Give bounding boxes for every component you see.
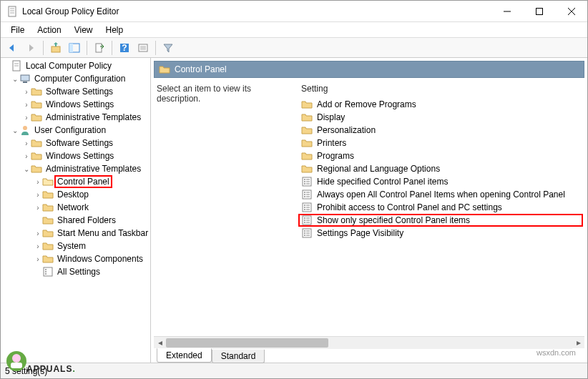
tree-item[interactable]: ›Windows Settings bbox=[1, 98, 150, 111]
tree-admin-templates[interactable]: ⌄Administrative Templates bbox=[1, 162, 150, 175]
svg-point-61 bbox=[304, 235, 305, 236]
tree-label: Windows Settings bbox=[44, 151, 115, 161]
tree-item[interactable]: ›Software Settings bbox=[1, 137, 150, 149]
list-item[interactable]: Always open All Control Panel Items when… bbox=[298, 188, 583, 201]
list-item[interactable]: Settings Page Visibility bbox=[298, 227, 583, 240]
expand-icon[interactable]: › bbox=[34, 191, 42, 199]
expand-icon[interactable]: › bbox=[34, 255, 42, 263]
menu-action[interactable]: Action bbox=[31, 24, 67, 36]
expand-icon[interactable]: › bbox=[22, 114, 31, 122]
svg-point-54 bbox=[304, 222, 305, 223]
tree-label: Local Computer Policy bbox=[24, 61, 113, 71]
tree-item[interactable]: ›Software Settings bbox=[1, 85, 150, 98]
svg-rect-22 bbox=[23, 82, 27, 83]
expand-icon[interactable]: › bbox=[22, 101, 31, 109]
svg-point-23 bbox=[23, 126, 27, 130]
collapse-icon[interactable]: ⌄ bbox=[11, 127, 19, 134]
show-hide-tree-button[interactable] bbox=[66, 39, 83, 56]
maximize-button[interactable] bbox=[523, 1, 555, 21]
folder-icon bbox=[42, 189, 54, 200]
list-item[interactable]: Add or Remove Programs bbox=[298, 98, 583, 111]
folder-icon bbox=[42, 227, 54, 239]
svg-point-27 bbox=[45, 273, 46, 275]
menu-help[interactable]: Help bbox=[100, 24, 129, 36]
toolbar-separator bbox=[112, 41, 112, 55]
svg-point-45 bbox=[304, 207, 305, 208]
list-item[interactable]: Regional and Language Options bbox=[298, 162, 583, 175]
tree-item[interactable]: Shared Folders bbox=[1, 214, 150, 227]
svg-point-33 bbox=[304, 183, 305, 184]
column-header-setting[interactable]: Setting bbox=[298, 82, 330, 98]
tree-item[interactable]: ›Windows Settings bbox=[1, 149, 150, 162]
tree-label: Administrative Templates bbox=[44, 112, 142, 122]
up-button[interactable] bbox=[47, 39, 64, 56]
tree-label: Administrative Templates bbox=[44, 164, 142, 174]
folder-icon bbox=[31, 99, 42, 110]
list-item-label: Prohibit access to Control Panel and PC … bbox=[317, 202, 502, 212]
forward-button[interactable] bbox=[22, 39, 39, 56]
folder-open-icon bbox=[42, 176, 54, 187]
folder-icon bbox=[42, 215, 54, 226]
folder-icon bbox=[159, 64, 170, 75]
expand-icon[interactable]: › bbox=[34, 230, 42, 237]
back-button[interactable] bbox=[4, 39, 21, 56]
tree-item[interactable]: ›Administrative Templates bbox=[1, 111, 150, 124]
list-item[interactable]: Printers bbox=[298, 137, 583, 149]
export-button[interactable] bbox=[91, 39, 108, 56]
tree-item[interactable]: ›Windows Components bbox=[1, 252, 150, 265]
properties-button[interactable] bbox=[134, 39, 152, 56]
help-button[interactable]: ? bbox=[116, 39, 133, 56]
tree-item[interactable]: ›Desktop bbox=[1, 188, 150, 201]
tree-label: Control Panel bbox=[54, 175, 112, 188]
close-button[interactable] bbox=[555, 1, 587, 21]
expand-icon[interactable]: › bbox=[34, 204, 42, 212]
folder-icon bbox=[42, 202, 54, 213]
expand-icon[interactable]: › bbox=[22, 139, 31, 147]
tree-control-panel[interactable]: ›Control Panel bbox=[1, 175, 150, 188]
tree-computer-config[interactable]: ⌄ Computer Configuration bbox=[1, 72, 150, 85]
details-pane: Control Panel Select an item to view its… bbox=[151, 58, 587, 363]
svg-point-29 bbox=[304, 179, 305, 180]
list-item[interactable]: Hide specified Control Panel items bbox=[298, 175, 583, 188]
tree-all-settings[interactable]: All Settings bbox=[1, 265, 150, 278]
menu-file[interactable]: File bbox=[5, 24, 30, 36]
toolbar: ? bbox=[1, 38, 587, 58]
expand-icon[interactable]: › bbox=[34, 178, 42, 186]
expand-icon[interactable]: › bbox=[34, 242, 42, 250]
expand-icon[interactable]: › bbox=[22, 152, 31, 160]
list-item[interactable]: Show only specified Control Panel items bbox=[298, 214, 583, 227]
filter-button[interactable] bbox=[160, 39, 177, 56]
minimize-button[interactable] bbox=[491, 1, 523, 21]
tree-pane[interactable]: Local Computer Policy ⌄ Computer Configu… bbox=[1, 58, 151, 363]
list-item[interactable]: Programs bbox=[298, 149, 583, 162]
tree-user-config[interactable]: ⌄ User Configuration bbox=[1, 124, 150, 137]
expand-icon[interactable]: › bbox=[22, 88, 31, 96]
svg-point-52 bbox=[304, 220, 305, 221]
collapse-icon[interactable]: ⌄ bbox=[11, 75, 19, 83]
tree-label: Computer Configuration bbox=[33, 74, 127, 84]
tree-item[interactable]: ›Network bbox=[1, 201, 150, 214]
tree-label: All Settings bbox=[56, 267, 102, 277]
list-item[interactable]: Personalization bbox=[298, 124, 583, 137]
svg-point-43 bbox=[304, 205, 305, 206]
settings-list[interactable]: Setting Add or Remove ProgramsDisplayPer… bbox=[298, 82, 583, 336]
tab-extended[interactable]: Extended bbox=[157, 348, 212, 363]
tree-root[interactable]: Local Computer Policy bbox=[1, 59, 150, 72]
folder-icon bbox=[301, 163, 313, 174]
setting-icon bbox=[301, 176, 313, 187]
tree-item[interactable]: ›System bbox=[1, 240, 150, 252]
svg-rect-10 bbox=[69, 44, 73, 52]
tab-standard[interactable]: Standard bbox=[212, 350, 265, 363]
list-item-label: Display bbox=[317, 112, 345, 122]
list-item[interactable]: Display bbox=[298, 111, 583, 124]
tree-label: System bbox=[56, 241, 87, 251]
setting-icon bbox=[301, 189, 313, 200]
svg-rect-0 bbox=[9, 6, 16, 16]
tree-item[interactable]: ›Start Menu and Taskbar bbox=[1, 227, 150, 240]
scroll-thumb[interactable] bbox=[166, 338, 328, 348]
list-item[interactable]: Prohibit access to Control Panel and PC … bbox=[298, 201, 583, 214]
menu-view[interactable]: View bbox=[69, 24, 99, 36]
svg-rect-5 bbox=[536, 8, 542, 14]
svg-rect-8 bbox=[52, 46, 60, 52]
collapse-icon[interactable]: ⌄ bbox=[22, 165, 31, 173]
